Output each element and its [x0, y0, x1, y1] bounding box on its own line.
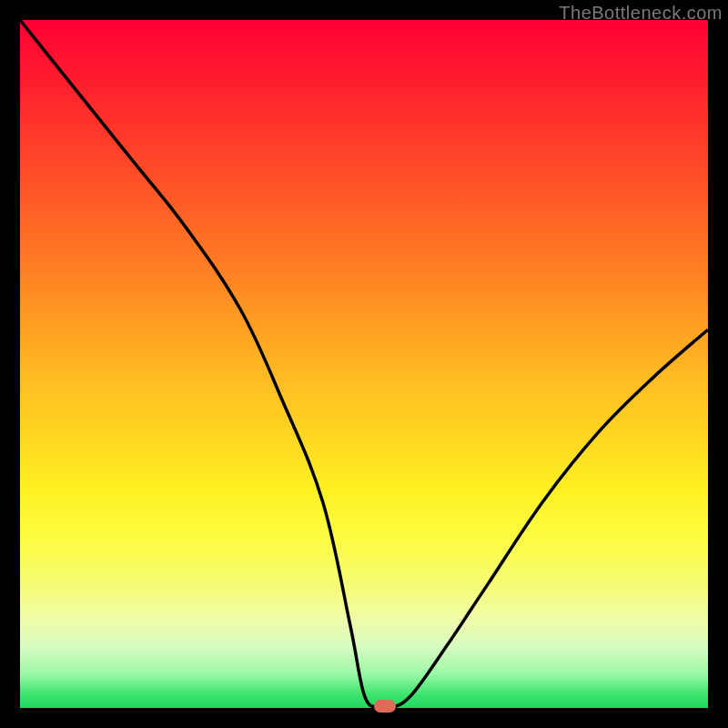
- chart-frame: TheBottleneck.com: [0, 0, 728, 728]
- bottleneck-curve: [20, 20, 708, 708]
- plot-area: [20, 20, 708, 708]
- optimal-marker: [374, 700, 396, 713]
- watermark-text: TheBottleneck.com: [559, 3, 723, 24]
- curve-path: [20, 20, 708, 708]
